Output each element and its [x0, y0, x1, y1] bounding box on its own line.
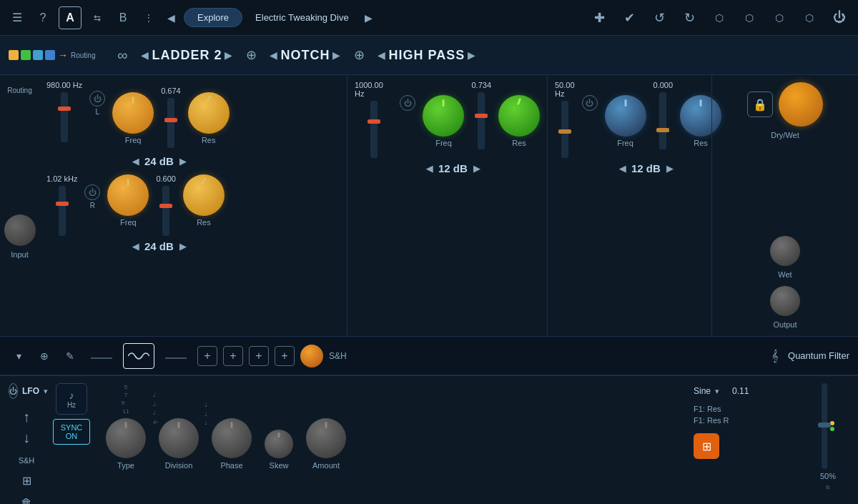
hp-res-val: 0.000: [654, 81, 674, 89]
lfo-amount-knob[interactable]: [306, 418, 346, 458]
output-knob[interactable]: [770, 286, 800, 316]
notch-link[interactable]: ⊕: [238, 42, 264, 68]
hp-res-fader[interactable]: [659, 92, 666, 149]
explore-button[interactable]: Explore: [184, 8, 242, 27]
volume-fader-track[interactable]: [822, 383, 827, 469]
help-icon[interactable]: ?: [33, 8, 53, 28]
lfo-target1: F1: Res: [694, 405, 801, 413]
lfo-up-arrow[interactable]: ↑: [23, 409, 30, 425]
input-label: Input: [11, 250, 28, 259]
trash-btn[interactable]: 🗑: [16, 493, 36, 504]
ladder2-freq-top-fader[interactable]: [61, 92, 68, 142]
ladder2-db-bot-next[interactable]: ▶: [179, 242, 186, 252]
ladder2-db-top-prev[interactable]: ◀: [132, 157, 139, 167]
ladder2-res-top-fader[interactable]: [167, 98, 174, 148]
device-icon-2[interactable]: ⬡: [738, 6, 761, 29]
device-icon-1[interactable]: ⬡: [708, 6, 731, 29]
lfo-down-arrow[interactable]: ↓: [23, 430, 30, 446]
undo-icon[interactable]: ↺: [648, 6, 671, 29]
redo-icon[interactable]: ↻: [678, 6, 701, 29]
notch-prev[interactable]: ◀: [267, 46, 280, 64]
ladder2-res-knob-l[interactable]: [188, 92, 230, 134]
ladder2-res-bot-fader[interactable]: [162, 186, 169, 236]
mod-wave-line[interactable]: [86, 343, 117, 369]
notch-power[interactable]: ⏻: [400, 95, 415, 111]
lfo-phase-knob[interactable]: [212, 418, 252, 458]
ladder2-db-bot-prev[interactable]: ◀: [132, 242, 139, 252]
b-button[interactable]: B: [113, 8, 133, 28]
notch-db-next[interactable]: ▶: [473, 164, 480, 174]
prev-preset-arrow[interactable]: ◀: [164, 9, 178, 26]
mod-wave-flat[interactable]: [160, 343, 192, 369]
ladder2-freq-knob-l[interactable]: [112, 92, 154, 134]
device-icon-3[interactable]: ⬡: [768, 6, 791, 29]
ladder2-res-label-r: Res: [197, 218, 211, 227]
right-strip: 🔒 Dry/Wet Wet Output: [711, 75, 858, 336]
ladder2-prev[interactable]: ◀: [138, 46, 152, 64]
notch-freq-knob[interactable]: [423, 95, 464, 137]
highpass-next[interactable]: ▶: [465, 46, 478, 64]
ladder2-power-l[interactable]: ⏻: [89, 91, 105, 107]
compare-icon[interactable]: ⇆: [87, 8, 107, 28]
preset-name: Electric Tweaking Dive: [248, 9, 356, 26]
input-knob[interactable]: [4, 214, 36, 246]
hp-freq-fader[interactable]: [561, 101, 568, 158]
device-icon-4[interactable]: ⬡: [798, 6, 821, 29]
note-icon: ♪: [69, 390, 74, 401]
mod-chain-icon[interactable]: ⊕: [34, 346, 54, 366]
volume-fader-section: 50% ≡: [807, 383, 849, 491]
hz-box[interactable]: ♪ Hz: [56, 383, 87, 415]
next-preset-arrow[interactable]: ▶: [362, 9, 375, 26]
ladder2-infinity[interactable]: ∞: [109, 42, 135, 68]
hp-db-prev[interactable]: ◀: [619, 164, 626, 174]
a-button[interactable]: A: [59, 6, 82, 29]
check-icon[interactable]: ✔: [618, 6, 641, 29]
lfo-skew-knob[interactable]: [265, 430, 293, 458]
add-icon[interactable]: ✚: [588, 6, 611, 29]
notch-next[interactable]: ▶: [330, 46, 343, 64]
highpass-prev[interactable]: ◀: [375, 46, 388, 64]
mod-plus-4[interactable]: +: [275, 346, 295, 366]
ladder2-next[interactable]: ▶: [222, 46, 235, 64]
orange-grid-btn[interactable]: ⊞: [694, 433, 719, 459]
hp-freq-val: 50.00 Hz: [555, 81, 575, 98]
ladder2-freq-knob-r[interactable]: [107, 174, 149, 216]
notch-db-prev[interactable]: ◀: [426, 164, 433, 174]
lfo-type-knob[interactable]: [106, 418, 146, 458]
ladder2-freq-label-r: Freq: [120, 218, 137, 227]
ladder2-db-top-next[interactable]: ▶: [179, 157, 186, 167]
ladder2-freq-bot-fader[interactable]: [59, 186, 66, 236]
lock-button[interactable]: 🔒: [747, 92, 773, 117]
wet-knob[interactable]: [770, 236, 800, 266]
lfo-dropdown-arrow[interactable]: ▾: [44, 387, 48, 396]
grid-btn[interactable]: ⊞: [16, 470, 36, 490]
ladder2-power-r[interactable]: ⏻: [84, 184, 100, 200]
drywet-knob[interactable]: [779, 82, 823, 127]
highpass-link[interactable]: ⊕: [346, 42, 372, 68]
mod-pencil-icon[interactable]: ✎: [60, 346, 80, 366]
mod-wave-sine-selected[interactable]: [123, 343, 154, 369]
mod-plus-2[interactable]: +: [223, 346, 243, 366]
volume-fader-thumb[interactable]: [818, 423, 831, 428]
lfo-division-knob[interactable]: [159, 418, 199, 458]
notch-res-fader[interactable]: [478, 92, 485, 149]
menu-icon[interactable]: ☰: [7, 8, 27, 28]
hp-db-next[interactable]: ▶: [666, 164, 673, 174]
power-icon[interactable]: ⏻: [828, 6, 851, 29]
mod-plus-3[interactable]: +: [249, 346, 269, 366]
mod-dropdown-arrow[interactable]: ▾: [9, 346, 29, 366]
sync-button[interactable]: SYNC ON: [53, 419, 90, 445]
mod-orange-circle[interactable]: [300, 345, 323, 367]
hp-power[interactable]: ⏻: [582, 95, 598, 111]
notch-res-knob[interactable]: [498, 95, 540, 137]
sliders-icon[interactable]: ⋮: [139, 8, 159, 28]
routing-dot-blue2: [45, 50, 55, 60]
notch-freq-fader[interactable]: [370, 101, 378, 158]
lfo-sine-dropdown[interactable]: ▾: [715, 387, 719, 396]
wet-label: Wet: [778, 270, 792, 279]
mod-plus-1[interactable]: +: [197, 346, 217, 366]
hp-freq-knob[interactable]: [605, 95, 646, 137]
meter-menu[interactable]: ≡: [826, 483, 830, 491]
lfo-power-btn[interactable]: ⏻: [9, 383, 18, 399]
ladder2-res-knob-r[interactable]: [183, 174, 225, 216]
